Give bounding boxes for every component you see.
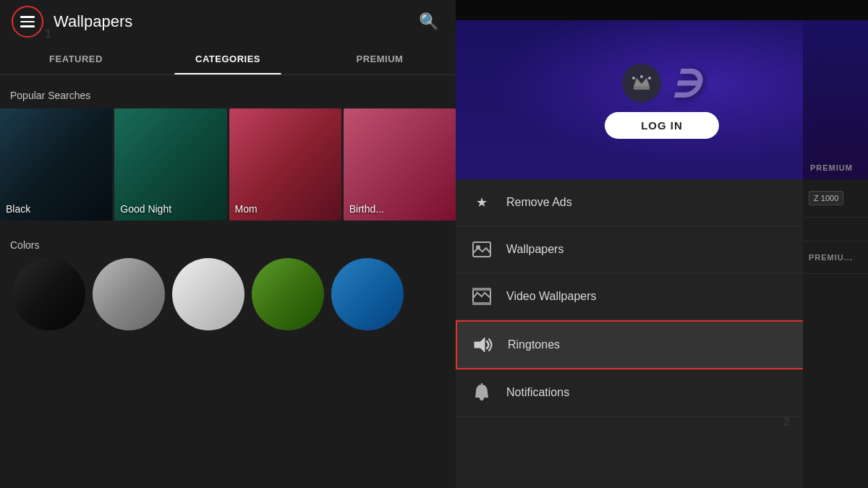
- card-label-birthday: Birthd...: [349, 203, 384, 215]
- hamburger-icon: [20, 16, 35, 27]
- tab-categories[interactable]: CATEGORIES: [152, 43, 304, 74]
- tab-bar: FEATURED CATEGORIES PREMIUM: [0, 43, 456, 75]
- svg-marker-11: [475, 338, 485, 352]
- search-button[interactable]: 🔍: [413, 7, 444, 37]
- colors-label: Colors: [10, 239, 446, 251]
- annotation-2: 2: [783, 416, 790, 429]
- right-edge-statusbar: [803, 0, 868, 20]
- premium-label: PREMIUM: [810, 163, 853, 172]
- z1000-badge: Z 1000: [809, 191, 843, 205]
- colors-section: Colors: [0, 232, 456, 338]
- right-edge-panel: PREMIUM Z 1000 PREMIU...: [803, 0, 868, 488]
- right-edge-item-3: PREMIU...: [803, 241, 868, 274]
- svg-point-5: [648, 77, 651, 80]
- app-title: Wallpapers: [54, 12, 413, 31]
- card-label-goodnight: Good Night: [120, 203, 171, 215]
- app-header: 1 Wallpapers 🔍: [0, 0, 456, 43]
- bell-icon: [470, 381, 493, 404]
- right-edge-z1000: Z 1000: [803, 179, 868, 218]
- tab-featured[interactable]: FEATURED: [0, 43, 152, 74]
- card-label-mom: Mom: [235, 203, 258, 215]
- colors-row: [10, 258, 446, 330]
- search-cards-grid: Black Good Night Mom Birthd...: [0, 108, 456, 232]
- right-edge-menu: Z 1000 PREMIU...: [803, 179, 868, 488]
- speaker-icon: [472, 333, 495, 356]
- popular-searches-label: Popular Searches: [0, 85, 456, 108]
- color-circle-green[interactable]: [252, 258, 324, 330]
- login-button[interactable]: LOG IN: [605, 112, 719, 139]
- menu-label-video-wallpapers: Video Wallpapers: [506, 290, 854, 303]
- menu-label-notifications: Notifications: [506, 386, 854, 399]
- right-edge-item-2: [803, 218, 868, 241]
- search-card-birthday[interactable]: Birthd...: [344, 108, 456, 221]
- search-card-goodnight[interactable]: Good Night: [114, 108, 226, 221]
- menu-label-remove-ads: Remove Ads: [506, 196, 809, 209]
- image-icon: [470, 238, 493, 261]
- right-edge-premium-2: PREMIU...: [809, 253, 853, 262]
- right-edge-header: PREMIUM: [803, 20, 868, 179]
- zedge-d-logo: ∋: [670, 61, 702, 105]
- content-area: Popular Searches Black Good Night Mom Bi…: [0, 75, 456, 488]
- video-image-icon: [470, 285, 493, 308]
- menu-label-wallpapers: Wallpapers: [506, 243, 854, 256]
- menu-label-ringtones: Ringtones: [508, 338, 852, 351]
- svg-rect-2: [634, 87, 650, 90]
- annotation-1: 1: [45, 27, 51, 40]
- svg-point-3: [632, 77, 635, 80]
- left-panel: 1 Wallpapers 🔍 FEATURED CATEGORIES PREMI…: [0, 0, 456, 488]
- color-circle-blue[interactable]: [331, 258, 404, 330]
- star-icon: ★: [470, 191, 493, 214]
- color-circle-silver[interactable]: [93, 258, 165, 330]
- color-circle-black[interactable]: [13, 258, 85, 330]
- hamburger-button[interactable]: [12, 6, 43, 38]
- svg-point-0: [629, 71, 654, 95]
- svg-point-4: [640, 75, 643, 78]
- zedge-logo: ∋: [622, 61, 702, 105]
- tab-premium[interactable]: PREMIUM: [304, 43, 456, 74]
- crown-icon: [622, 64, 661, 103]
- color-circle-white[interactable]: [172, 258, 244, 330]
- search-card-black[interactable]: Black: [0, 108, 112, 221]
- card-label-black: Black: [6, 203, 30, 215]
- search-card-mom[interactable]: Mom: [229, 108, 341, 221]
- svg-rect-9: [472, 288, 491, 291]
- svg-rect-10: [472, 302, 491, 305]
